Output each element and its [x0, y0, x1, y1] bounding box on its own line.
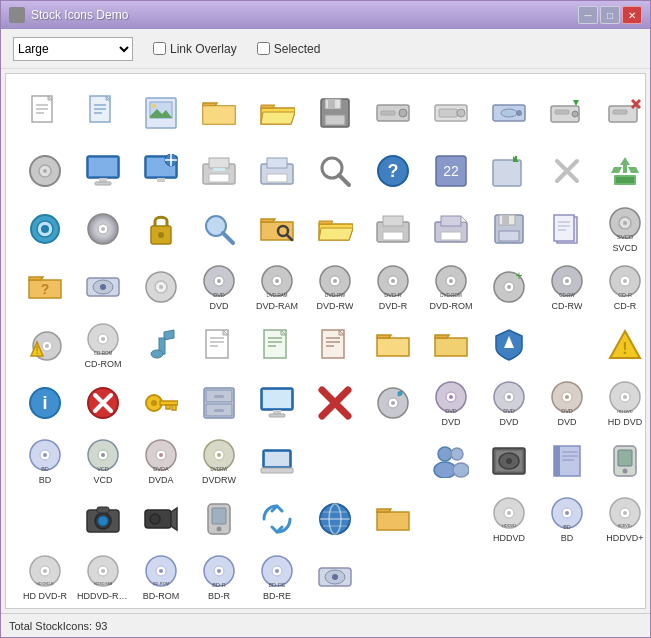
list-item[interactable]: ? — [18, 260, 72, 314]
list-item[interactable] — [308, 144, 362, 198]
list-item[interactable] — [540, 202, 594, 256]
list-item[interactable] — [250, 318, 304, 372]
list-item[interactable] — [134, 376, 188, 430]
list-item[interactable] — [308, 492, 362, 546]
list-item[interactable] — [192, 492, 246, 546]
list-item[interactable] — [366, 318, 420, 372]
list-item[interactable] — [192, 144, 246, 198]
list-item[interactable] — [366, 550, 420, 604]
list-item[interactable] — [134, 492, 188, 546]
list-item[interactable] — [18, 492, 72, 546]
list-item[interactable] — [424, 318, 478, 372]
list-item[interactable]: + — [482, 260, 536, 314]
list-item[interactable] — [18, 202, 72, 256]
list-item[interactable] — [250, 144, 304, 198]
list-item[interactable] — [598, 434, 646, 488]
list-item[interactable]: CD-RWCD-RW — [540, 260, 594, 314]
list-item[interactable]: ? — [366, 144, 420, 198]
list-item[interactable] — [482, 318, 536, 372]
list-item[interactable] — [366, 202, 420, 256]
list-item[interactable]: i — [18, 376, 72, 430]
list-item[interactable]: DVD-RWDVD-RW — [308, 260, 362, 314]
list-item[interactable] — [308, 202, 362, 256]
list-item[interactable] — [482, 86, 536, 140]
list-item[interactable] — [424, 86, 478, 140]
minimize-button[interactable]: ─ — [578, 6, 598, 24]
list-item[interactable]: HDDVD+HDDVD+ — [598, 492, 646, 546]
list-item[interactable] — [308, 376, 362, 430]
list-item[interactable]: DVDDVD — [482, 376, 536, 430]
list-item[interactable] — [76, 260, 130, 314]
list-item[interactable]: DVD-RDVD-R — [366, 260, 420, 314]
list-item[interactable] — [308, 86, 362, 140]
list-item[interactable] — [366, 492, 420, 546]
maximize-button[interactable]: □ — [600, 6, 620, 24]
list-item[interactable] — [540, 550, 594, 604]
list-item[interactable] — [18, 86, 72, 140]
list-item[interactable] — [18, 144, 72, 198]
list-item[interactable] — [192, 86, 246, 140]
list-item[interactable] — [76, 144, 130, 198]
list-item[interactable]: DVDRWDVDRW — [192, 434, 246, 488]
list-item[interactable] — [76, 492, 130, 546]
list-item[interactable]: ! — [598, 318, 646, 372]
list-item[interactable]: DVDDVD — [540, 376, 594, 430]
close-button[interactable]: ✕ — [622, 6, 642, 24]
list-item[interactable]: DVD-ROMDVD-ROM — [424, 260, 478, 314]
list-item[interactable]: CD-RCD-R — [598, 260, 646, 314]
list-item[interactable] — [76, 376, 130, 430]
link-overlay-checkbox[interactable] — [153, 42, 166, 55]
selected-label[interactable]: Selected — [257, 42, 321, 56]
list-item[interactable] — [308, 434, 362, 488]
list-item[interactable] — [192, 202, 246, 256]
list-item[interactable] — [366, 376, 420, 430]
list-item[interactable]: DVD-RAMDVD-RAM — [250, 260, 304, 314]
list-item[interactable] — [482, 144, 536, 198]
list-item[interactable] — [308, 318, 362, 372]
list-item[interactable]: DVDADVDA — [134, 434, 188, 488]
list-item[interactable] — [308, 550, 362, 604]
list-item[interactable] — [424, 492, 478, 546]
list-item[interactable]: BD-REBD-RE — [250, 550, 304, 604]
list-item[interactable]: DVDDVD — [424, 376, 478, 430]
list-item[interactable] — [192, 318, 246, 372]
link-overlay-label[interactable]: Link Overlay — [153, 42, 237, 56]
list-item[interactable] — [366, 434, 420, 488]
list-item[interactable]: BDBD — [18, 434, 72, 488]
list-item[interactable] — [424, 202, 478, 256]
list-item[interactable]: HDDVD-RAMHDDVD-RAM — [76, 550, 130, 604]
list-item[interactable] — [482, 434, 536, 488]
list-item[interactable] — [482, 202, 536, 256]
list-item[interactable] — [540, 318, 594, 372]
list-item[interactable] — [134, 318, 188, 372]
list-item[interactable] — [540, 86, 594, 140]
list-item[interactable]: SVCDSVCD — [598, 202, 646, 256]
list-item[interactable] — [366, 86, 420, 140]
list-item[interactable]: BD-ROMBD-ROM — [134, 550, 188, 604]
list-item[interactable] — [424, 550, 478, 604]
list-item[interactable] — [250, 434, 304, 488]
list-item[interactable] — [76, 202, 130, 256]
list-item[interactable] — [598, 144, 646, 198]
list-item[interactable] — [76, 86, 130, 140]
list-item[interactable]: DVDDVD — [192, 260, 246, 314]
list-item[interactable] — [540, 434, 594, 488]
size-dropdown[interactable]: Small Large Extra Large — [13, 37, 133, 61]
list-item[interactable] — [250, 202, 304, 256]
list-item[interactable]: HD DVD-RHD DVD-R — [18, 550, 72, 604]
list-item[interactable]: HDDVDHDDVD — [482, 492, 536, 546]
list-item[interactable]: BD-RBD-R — [192, 550, 246, 604]
list-item[interactable] — [424, 434, 478, 488]
list-item[interactable]: HD DVDHD DVD — [598, 376, 646, 430]
list-item[interactable] — [250, 86, 304, 140]
list-item[interactable]: BDBD — [540, 492, 594, 546]
list-item[interactable]: VCDVCD — [76, 434, 130, 488]
list-item[interactable] — [134, 260, 188, 314]
list-item[interactable]: CD-ROMCD-ROM — [76, 318, 130, 372]
list-item[interactable] — [250, 492, 304, 546]
list-item[interactable] — [250, 376, 304, 430]
list-item[interactable] — [192, 376, 246, 430]
list-item[interactable] — [134, 202, 188, 256]
selected-checkbox[interactable] — [257, 42, 270, 55]
list-item[interactable] — [598, 86, 646, 140]
